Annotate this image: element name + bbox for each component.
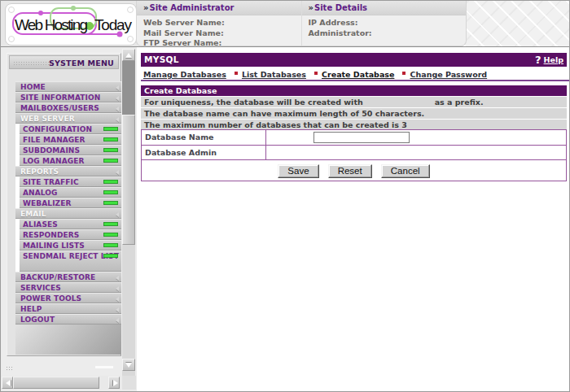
chevron-left-icon: [116, 276, 119, 281]
dotted-grip-icon: [13, 61, 49, 65]
help-link[interactable]: ? Help: [535, 53, 563, 67]
sidebar-menu-item[interactable]: MAILBOXES/USERS: [15, 102, 121, 113]
sidebar-menu-item[interactable]: HOME: [15, 81, 121, 92]
info-field-label: Administrator:: [309, 28, 467, 39]
chevron-left-icon: [116, 318, 119, 323]
status-indicator: [103, 233, 118, 237]
scroll-left-button[interactable]: [2, 377, 13, 389]
nav-item: Manage Databases: [143, 65, 226, 81]
chevrons-icon: »: [143, 3, 148, 12]
sidebar-menu-item[interactable]: CONFIGURATION: [20, 124, 121, 134]
status-indicator: [103, 137, 118, 142]
sidebar-horizontal-scrollbar[interactable]: [1, 376, 121, 390]
sidebar-item-label: EMAIL: [20, 210, 46, 218]
sidebar-menu-item[interactable]: RESPONDERS: [20, 229, 121, 240]
sidebar-menu-item[interactable]: WEB SERVER: [15, 113, 121, 124]
nav-link[interactable]: Create Database: [322, 70, 394, 79]
sidebar-menu-item[interactable]: SUBDOMAINS: [20, 145, 121, 155]
note-max-length: The database name can have maximum lengt…: [141, 108, 567, 120]
sidebar: SYSTEM MENU HOME SITE INFORMATION: [1, 47, 137, 391]
status-indicator: [103, 190, 118, 194]
system-menu-title: SYSTEM MENU: [49, 59, 114, 68]
chevron-left-icon: [116, 297, 119, 302]
chevron-left-icon: [116, 117, 119, 122]
nav-link[interactable]: Manage Databases: [143, 70, 226, 79]
section-title-bar: Create Database: [141, 85, 567, 96]
chevron-left-icon: [116, 307, 119, 312]
chevron-left-icon: [116, 170, 119, 175]
sidebar-item-label: SERVICES: [20, 284, 61, 292]
sidebar-menu-item[interactable]: SITE TRAFFIC: [20, 176, 121, 187]
nav-item: Create Database: [310, 65, 394, 81]
form-row-database-admin: Database Admin: [142, 146, 566, 160]
sidebar-menu-item[interactable]: SITE INFORMATION: [15, 92, 121, 102]
sidebar-menu-item[interactable]: FILE MANAGER: [20, 134, 121, 145]
web-hosting-today-logo: Web Hosting Today: [8, 5, 134, 43]
logo-text-today: Today: [94, 16, 133, 33]
sidebar-menu-item[interactable]: EMAIL: [15, 208, 121, 219]
scroll-down-button[interactable]: [122, 359, 135, 371]
main-content: MYSQL ? Help Manage Databases List Datab…: [137, 47, 569, 391]
dotted-grip-icon: [6, 366, 14, 370]
sidebar-item-label: POWER TOOLS: [20, 294, 81, 303]
site-details-title: »Site Details: [302, 1, 467, 15]
form-row-database-name: Database Name: [142, 130, 566, 146]
menu-footer-gradient: [15, 324, 121, 355]
nav-item: List Databases: [230, 65, 306, 81]
sidebar-menu-item[interactable]: LOG MANAGER: [20, 155, 121, 166]
chevron-left-icon: [116, 212, 119, 217]
arrow-down-icon: [125, 363, 132, 368]
sidebar-menu-item[interactable]: SENDMAIL REJECT LIST: [20, 250, 121, 272]
scroll-right-button[interactable]: [108, 377, 120, 389]
sidebar-menu-item[interactable]: REPORTS: [15, 166, 121, 176]
sidebar-item-label: LOGOUT: [20, 316, 55, 324]
system-menu-frame: SYSTEM MENU HOME SITE INFORMATION: [7, 53, 121, 356]
sidebar-item-label: MAILING LISTS: [23, 242, 85, 250]
arrow-up-icon: [125, 53, 132, 58]
sidebar-item-label: HOME: [20, 83, 46, 91]
status-indicator: [103, 222, 118, 226]
sidebar-vertical-scrollbar[interactable]: [122, 49, 135, 376]
chevron-left-icon: [116, 286, 119, 291]
sidebar-menu-item[interactable]: HELP: [15, 303, 121, 314]
status-indicator: [103, 254, 118, 258]
sidebar-menu-item[interactable]: ANALOG: [20, 187, 121, 198]
sidebar-menu-item[interactable]: SERVICES: [15, 282, 121, 293]
save-button[interactable]: Save: [278, 164, 318, 178]
status-indicator: [103, 243, 118, 247]
site-administrator-title: »Site Administrator: [137, 1, 301, 15]
sidebar-menu-item[interactable]: WEBALIZER: [20, 198, 121, 208]
site-administrator-section: »Site Administrator Web Server Name:Mail…: [137, 1, 301, 46]
nav-link[interactable]: List Databases: [242, 70, 306, 79]
status-indicator: [103, 127, 118, 131]
status-indicator: [103, 180, 118, 184]
scroll-up-button[interactable]: [122, 49, 135, 61]
nav-item: Change Password: [398, 65, 487, 81]
database-name-input[interactable]: [314, 132, 410, 143]
info-field-label: Web Server Name:: [143, 18, 301, 28]
logo-text-web-hosting: Web Hosting: [15, 16, 88, 33]
scrollbar-thumb[interactable]: [122, 115, 135, 245]
arrow-left-icon: [6, 380, 11, 386]
sidebar-item-label: HELP: [20, 305, 42, 313]
reset-button[interactable]: Reset: [328, 164, 372, 178]
sidebar-menu-item[interactable]: POWER TOOLS: [15, 293, 121, 303]
sidebar-menu-item[interactable]: BACKUP/RESTORE: [15, 272, 121, 282]
site-details-section: »Site Details IP Address:Administrator:: [301, 1, 467, 46]
scrollbar-corner: [122, 376, 136, 390]
database-admin-label: Database Admin: [142, 146, 266, 159]
nav-link[interactable]: Change Password: [410, 70, 487, 79]
sidebar-item-label: SITE INFORMATION: [20, 94, 100, 102]
sidebar-menu-item[interactable]: LOGOUT: [15, 314, 121, 324]
divider-dash: [95, 366, 113, 368]
sidebar-menu-item[interactable]: MAILING LISTS: [20, 240, 121, 250]
system-menu-header: SYSTEM MENU: [9, 55, 119, 69]
sidebar-menu-item[interactable]: ALIASES: [20, 219, 121, 229]
sidebar-item-label: SUBDOMAINS: [23, 146, 80, 155]
status-indicator: [103, 159, 118, 163]
cancel-button[interactable]: Cancel: [381, 164, 430, 178]
chevron-left-icon: [116, 107, 119, 111]
site-administrator-fields: Web Server Name:Mail Server Name:FTP Ser…: [137, 15, 301, 49]
scrollbar-track[interactable]: [122, 61, 135, 115]
scrollbar-thumb[interactable]: [13, 377, 99, 389]
